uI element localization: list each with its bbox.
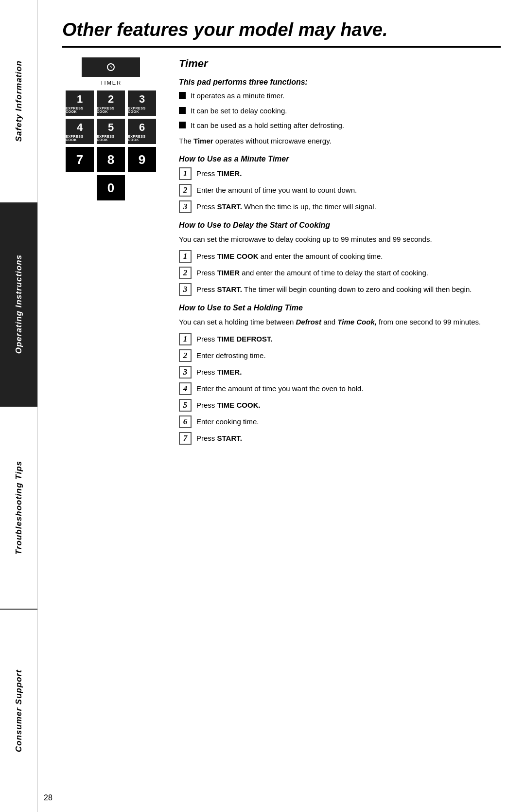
delay-step-2: 2 Press TIMER and enter the amount of ti… [179,267,501,279]
bullet-2: It can be set to delay cooking. [179,106,501,117]
bullet-3: It can be used as a hold setting after d… [179,120,501,131]
key-7: 7 [66,147,94,172]
holding-step-6: 6 Enter cooking time. [179,415,501,428]
holding-step-7: 7 Press START. [179,432,501,445]
delay-title: How to Use to Delay the Start of Cooking [179,221,501,230]
minute-timer-steps: 1 Press TIMER. 2 Enter the amount of tim… [179,167,501,213]
delay-step-num-2: 2 [179,267,192,279]
bullet-square-3 [179,122,186,128]
key-4-label: EXPRESS COOK [66,135,94,142]
sidebar-label-consumer: Consumer Support [14,669,24,752]
bullet-1-text: It operates as a minute timer. [191,90,284,102]
step-num-2: 2 [179,184,192,197]
key-9: 9 [128,147,156,172]
holding-step-7-text: Press START. [196,432,242,444]
holding-step-3: 3 Press TIMER. [179,366,501,379]
key-1: 1 EXPRESS COOK [66,90,94,116]
sidebar-label-safety: Safety Information [14,60,24,142]
holding-step-num-6: 6 [179,415,192,428]
holding-step-2: 2 Enter defrosting time. [179,349,501,362]
step-num-1: 1 [179,167,192,180]
sidebar-section-consumer[interactable]: Consumer Support [0,610,37,812]
page-number: 28 [44,794,52,802]
delay-step-num-3: 3 [179,283,192,296]
holding-step-4-text: Enter the amount of time you want the ov… [196,382,364,395]
key-5-num: 5 [108,121,114,134]
sidebar-section-safety[interactable]: Safety Information [0,0,37,203]
keypad-row-3: 7 8 9 [66,147,156,172]
content-body: TIMER 1 EXPRESS COOK 2 EXPRESS COOK 3 [62,57,501,450]
bullet-square-2 [179,107,186,114]
holding-step-3-text: Press TIMER. [196,366,242,378]
minute-step-1-text: Press TIMER. [196,167,242,180]
delay-step-num-1: 1 [179,250,192,263]
timer-plain-text: The Timer operates without microwave ene… [179,135,501,147]
holding-step-5-text: Press TIME COOK. [196,399,261,411]
page-container: Safety Information Operating Instruction… [0,0,525,812]
delay-step-1: 1 Press TIME COOK and enter the amount o… [179,250,501,263]
sidebar-section-troubleshooting[interactable]: Troubleshooting Tips [0,407,37,610]
holding-step-num-5: 5 [179,399,192,412]
key-8: 8 [97,147,125,172]
holding-step-num-7: 7 [179,432,192,445]
instructions-column: Timer This pad performs three functions:… [179,57,501,450]
holding-title: How to Use to Set a Holding Time [179,304,501,312]
key-0: 0 [97,175,125,200]
holding-step-num-1: 1 [179,333,192,345]
minute-step-2: 2 Enter the amount of time you want to c… [179,184,501,197]
main-content: Other features your model may have. [38,0,525,812]
holding-step-num-3: 3 [179,366,192,379]
key-6-label: EXPRESS COOK [128,135,156,142]
key-1-num: 1 [77,93,83,106]
key-2: 2 EXPRESS COOK [97,90,125,116]
minute-step-3-text: Press START. When the time is up, the ti… [196,200,376,213]
holding-step-num-2: 2 [179,349,192,362]
holding-intro: You can set a holding time between Defro… [179,316,501,328]
key-2-label: EXPRESS COOK [97,107,125,113]
key-3: 3 EXPRESS COOK [128,90,156,116]
minute-timer-title: How to Use as a Minute Timer [179,155,501,163]
holding-step-1: 1 Press TIME DEFROST. [179,333,501,345]
holding-step-4: 4 Enter the amount of time you want the … [179,382,501,395]
key-2-num: 2 [108,93,114,106]
key-1-label: EXPRESS COOK [66,107,94,113]
key-4: 4 EXPRESS COOK [66,119,94,144]
timer-label: TIMER [100,80,122,86]
key-4-num: 4 [77,121,83,134]
minute-step-3: 3 Press START. When the time is up, the … [179,200,501,213]
clock-icon [107,63,115,71]
pad-functions-title: This pad performs three functions: [179,78,501,87]
keypad-column: TIMER 1 EXPRESS COOK 2 EXPRESS COOK 3 [62,57,159,450]
keypad-wrapper: TIMER 1 EXPRESS COOK 2 EXPRESS COOK 3 [62,57,159,200]
delay-intro: You can set the microwave to delay cooki… [179,234,501,245]
bullet-1: It operates as a minute timer. [179,90,501,102]
sidebar: Safety Information Operating Instruction… [0,0,38,812]
keypad-row-4: 0 [97,175,125,200]
holding-step-2-text: Enter defrosting time. [196,349,266,361]
delay-steps: 1 Press TIME COOK and enter the amount o… [179,250,501,296]
delay-step-1-text: Press TIME COOK and enter the amount of … [196,250,383,262]
sidebar-label-troubleshooting: Troubleshooting Tips [14,461,24,555]
keypad-row-1: 1 EXPRESS COOK 2 EXPRESS COOK 3 EXPRESS … [66,90,156,116]
timer-section-title: Timer [179,57,501,70]
key-5-label: EXPRESS COOK [97,135,125,142]
sidebar-label-operating: Operating Instructions [14,254,24,354]
delay-step-2-text: Press TIMER and enter the amount of time… [196,267,428,279]
holding-step-5: 5 Press TIME COOK. [179,399,501,412]
holding-step-1-text: Press TIME DEFROST. [196,333,273,345]
holding-step-6-text: Enter cooking time. [196,415,259,428]
key-5: 5 EXPRESS COOK [97,119,125,144]
page-title: Other features your model may have. [62,19,501,48]
key-6-num: 6 [139,121,145,134]
holding-step-num-4: 4 [179,382,192,395]
key-6: 6 EXPRESS COOK [128,119,156,144]
bullet-2-text: It can be set to delay cooking. [191,106,287,117]
bullet-square-1 [179,92,186,99]
timer-button-top [82,57,140,77]
delay-step-3: 3 Press START. The timer will begin coun… [179,283,501,296]
step-num-3: 3 [179,200,192,213]
minute-step-2-text: Enter the amount of time you want to cou… [196,184,357,196]
minute-step-1: 1 Press TIMER. [179,167,501,180]
sidebar-section-operating[interactable]: Operating Instructions [0,203,37,407]
keypad-row-2: 4 EXPRESS COOK 5 EXPRESS COOK 6 EXPRESS … [66,119,156,144]
